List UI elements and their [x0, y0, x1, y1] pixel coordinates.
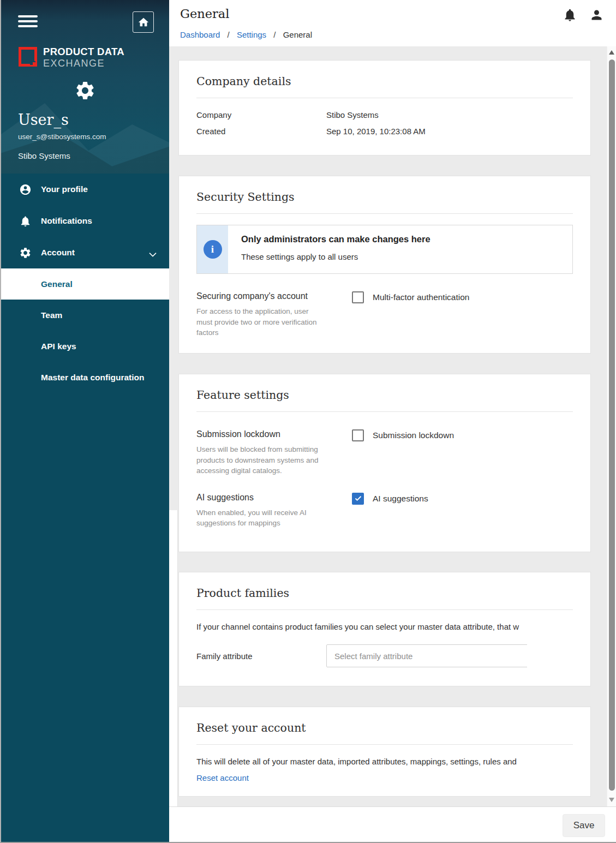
sidebar-item-your-profile[interactable]: Your profile	[1, 174, 169, 205]
divider	[196, 411, 573, 412]
scrollbar-down-arrow-icon[interactable]	[609, 798, 614, 802]
sidebar-subitem-api-keys[interactable]: API keys	[1, 331, 169, 362]
sidebar-item-label: Notifications	[41, 216, 92, 226]
footer-bar: Save	[169, 806, 616, 842]
content-scroll-area: Company details Company Stibo Systems Cr…	[169, 46, 616, 806]
sidebar-subitem-label: API keys	[41, 342, 76, 351]
alert-subtitle: These settings apply to all users	[241, 252, 430, 261]
breadcrumb-dashboard[interactable]: Dashboard	[180, 30, 220, 39]
home-icon	[137, 16, 149, 28]
vertical-scrollbar[interactable]	[607, 46, 616, 806]
sidebar-item-label: Account	[41, 248, 75, 258]
alert-icon-strip	[197, 225, 228, 273]
created-row: Created Sep 10, 2019, 10:23:08 AM	[196, 127, 573, 136]
divider	[196, 744, 573, 745]
main-column: General Dashboard / Settings / General C…	[169, 0, 616, 842]
check-icon	[354, 494, 362, 503]
sidebar-item-label: Your profile	[41, 184, 88, 194]
mfa-checkbox[interactable]	[352, 291, 364, 303]
product-families-card: Product families If your channel contain…	[178, 572, 591, 686]
setting-description: For access to the application, user must…	[196, 306, 322, 338]
topbar-icons	[563, 8, 604, 22]
menu-icon[interactable]	[18, 15, 38, 30]
family-attribute-row: Family attribute	[196, 644, 527, 667]
card-title: Security Settings	[196, 190, 573, 204]
divider	[196, 609, 573, 610]
breadcrumb: Dashboard / Settings / General	[180, 30, 312, 39]
user-email: user_s@stibosystems.com	[18, 133, 106, 141]
reset-account-link[interactable]: Reset account	[196, 773, 249, 782]
mfa-checkbox-label: Multi-factor authentication	[373, 291, 469, 303]
mfa-setting-row: Securing company's account For access to…	[196, 291, 573, 338]
breadcrumb-settings[interactable]: Settings	[237, 30, 266, 39]
submission-lockdown-checkbox-row[interactable]: Submission lockdown	[352, 429, 454, 441]
setting-description: Users will be blocked from submitting pr…	[196, 444, 322, 476]
card-title: Feature settings	[196, 388, 573, 402]
created-label: Created	[196, 127, 326, 136]
setting-description: When enabled, you will receive AI sugges…	[196, 507, 322, 529]
bell-icon	[19, 214, 32, 228]
home-button[interactable]	[133, 11, 154, 33]
sidebar-subitem-label: Master data configuration	[41, 373, 144, 382]
reset-account-card: Reset your account This will delete all …	[178, 707, 591, 797]
sidebar-subitem-label: Team	[41, 310, 62, 320]
ai-suggestions-checkbox[interactable]	[352, 493, 364, 505]
breadcrumb-separator: /	[273, 30, 276, 39]
breadcrumb-current: General	[283, 30, 312, 39]
sidebar-subitem-master-data-configuration[interactable]: Master data configuration	[1, 362, 169, 393]
sidebar-subitem-label: General	[41, 279, 73, 289]
ai-suggestions-row: AI suggestions When enabled, you will re…	[196, 493, 573, 529]
topbar: General Dashboard / Settings / General	[169, 0, 616, 46]
divider	[196, 98, 573, 98]
settings-gear-icon	[1, 80, 169, 101]
ai-suggestions-checkbox-label: AI suggestions	[373, 493, 428, 505]
setting-label: AI suggestions	[196, 493, 322, 503]
chevron-down-icon	[148, 250, 157, 260]
card-title: Reset your account	[196, 721, 573, 734]
sidebar-item-account[interactable]: Account	[1, 237, 169, 268]
sidebar-item-notifications[interactable]: Notifications	[1, 205, 169, 237]
security-settings-card: Security Settings Only administrators ca…	[178, 176, 591, 354]
mfa-checkbox-row[interactable]: Multi-factor authentication	[352, 291, 469, 303]
submission-lockdown-row: Submission lockdown Users will be blocke…	[196, 429, 573, 476]
submission-lockdown-checkbox[interactable]	[352, 429, 364, 441]
sidebar-hero: PRODUCT DATA EXCHANGE User_s user_s@stib…	[1, 0, 169, 174]
card-title: Product families	[196, 587, 573, 600]
sidebar-nav: Your profile Notifications Account Gener…	[1, 174, 169, 393]
company-row: Company Stibo Systems	[196, 110, 573, 119]
user-company: Stibo Systems	[18, 151, 70, 160]
info-icon	[204, 240, 222, 259]
left-gutter-panel	[169, 510, 178, 806]
family-attribute-input[interactable]	[326, 644, 527, 667]
product-families-description: If your channel contains product familie…	[196, 622, 527, 631]
breadcrumb-separator: /	[228, 30, 230, 39]
sidebar-subitem-general[interactable]: General	[1, 268, 169, 300]
company-details-card: Company details Company Stibo Systems Cr…	[178, 60, 591, 156]
page-title: General	[180, 7, 229, 21]
ai-suggestions-checkbox-row[interactable]: AI suggestions	[352, 493, 428, 505]
app-logo: PRODUCT DATA EXCHANGE	[19, 46, 124, 69]
notifications-bell-icon[interactable]	[563, 8, 577, 22]
sidebar: PRODUCT DATA EXCHANGE User_s user_s@stib…	[1, 0, 169, 842]
reset-account-description: This will delete all of your master data…	[196, 757, 527, 766]
company-value: Stibo Systems	[326, 110, 379, 119]
scrollbar-thumb[interactable]	[609, 59, 615, 791]
setting-label: Submission lockdown	[196, 429, 322, 439]
logo-red-square-icon	[19, 47, 37, 67]
user-profile-icon[interactable]	[589, 8, 604, 22]
alert-title: Only administrators can make changes her…	[241, 234, 430, 244]
sidebar-subitem-team[interactable]: Team	[1, 300, 169, 331]
logo-line1: PRODUCT DATA	[43, 46, 124, 58]
family-attribute-label: Family attribute	[196, 651, 326, 661]
feature-settings-card: Feature settings Submission lockdown Use…	[178, 374, 591, 552]
logo-line2: EXCHANGE	[43, 58, 124, 69]
card-title: Company details	[196, 75, 573, 88]
scrollbar-up-arrow-icon[interactable]	[609, 50, 614, 55]
submission-lockdown-checkbox-label: Submission lockdown	[373, 429, 454, 441]
user-name: User_s	[18, 111, 69, 128]
admin-info-alert: Only administrators can make changes her…	[196, 225, 573, 274]
setting-label: Securing company's account	[196, 291, 322, 301]
created-value: Sep 10, 2019, 10:23:08 AM	[326, 127, 426, 136]
company-label: Company	[196, 110, 326, 119]
save-button[interactable]: Save	[563, 814, 605, 837]
